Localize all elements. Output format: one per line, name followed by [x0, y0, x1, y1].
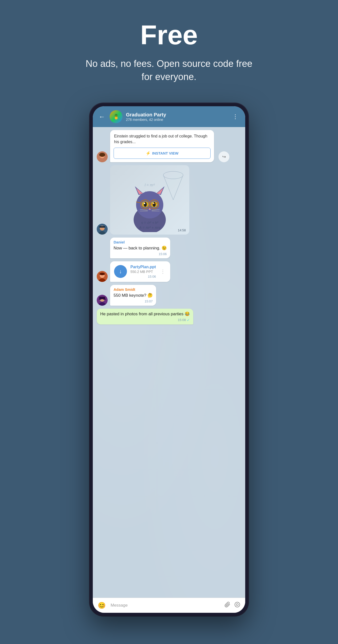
avatar-girl-svg: [97, 151, 108, 162]
file-time: 15:06: [148, 275, 156, 278]
group-avatar-inner: 🍍: [110, 110, 122, 123]
svg-point-21: [144, 202, 145, 204]
phone-wrapper: ← 🍍 Graduation Party 278 members, 42 onl…: [90, 98, 248, 636]
sticker-row: l = πr² A = πr² V = l³ P = 2πr A = πr²: [97, 165, 241, 234]
adam-text: 550 MB keynote? 🤔: [114, 292, 153, 298]
svg-point-35: [99, 273, 105, 275]
my-text: He pasted in photos from all previous pa…: [100, 311, 190, 317]
svg-rect-7: [99, 226, 105, 228]
sticker-container: l = πr² A = πr² V = l³ P = 2πr A = πr²: [110, 165, 189, 234]
avatar-boy1: [97, 224, 108, 234]
file-meta: 15:06: [130, 275, 156, 278]
emoji-button[interactable]: 😊: [98, 602, 106, 609]
math-formula: s = √r² + h²: [110, 221, 189, 225]
daniel-time: 15:06: [159, 252, 167, 256]
daniel-message-row: Daniel Now — back to planning. 😉 15:06: [110, 238, 241, 258]
paperclip-icon: [224, 602, 230, 608]
group-info: Graduation Party 278 members, 42 online: [126, 112, 227, 122]
adam-time: 15:07: [144, 300, 153, 303]
svg-point-19: [144, 202, 147, 207]
group-avatar: 🍍: [110, 110, 122, 123]
attach-button[interactable]: [224, 602, 230, 609]
article-bubble: Einstein struggled to find a job out of …: [110, 130, 214, 162]
instant-view-button[interactable]: ⚡ INSTANT VIEW: [114, 148, 211, 159]
my-bubble: He pasted in photos from all previous pa…: [97, 308, 193, 324]
daniel-meta: 15:06: [114, 252, 167, 256]
message-input-placeholder[interactable]: Message: [110, 601, 221, 610]
message-row: Einstein struggled to find a job out of …: [97, 130, 241, 162]
daniel-bubble: Daniel Now — back to planning. 😉 15:06: [110, 238, 170, 258]
group-members: 278 members, 42 online: [126, 118, 227, 122]
file-bubble: ↓ PartyPlan.ppt 550.2 MB PPT 15:06 ⋮: [110, 261, 170, 282]
my-checkmark: ✓: [187, 318, 190, 322]
adam-message-row: Adam Smidt 550 MB keynote? 🤔 15:07: [97, 285, 241, 306]
chat-body: Einstein struggled to find a job out of …: [93, 127, 245, 598]
hero-subtitle: No ads, no fees. Open source code free f…: [82, 57, 256, 84]
my-message-row: He pasted in photos from all previous pa…: [97, 308, 241, 324]
forward-button[interactable]: ↪: [219, 151, 229, 162]
phone: ← 🍍 Graduation Party 278 members, 42 onl…: [90, 103, 248, 616]
bolt-icon: ⚡: [146, 151, 151, 156]
avatar-boy2-svg: [97, 271, 108, 282]
file-message-row: ↓ PartyPlan.ppt 550.2 MB PPT 15:06 ⋮: [97, 261, 241, 282]
article-text: Einstein struggled to find a job out of …: [110, 130, 214, 148]
my-time: 15:08: [178, 318, 186, 322]
svg-point-8: [163, 172, 183, 179]
camera-icon: [234, 602, 240, 608]
daniel-text: Now — back to planning. 😉: [114, 245, 167, 251]
avatar-boy3-svg: [97, 295, 108, 306]
svg-point-20: [153, 202, 156, 207]
hero-section: Free No ads, no fees. Open source code f…: [72, 0, 266, 98]
phone-screen: ← 🍍 Graduation Party 278 members, 42 onl…: [93, 106, 245, 613]
svg-rect-41: [103, 299, 106, 300]
instant-view-label: INSTANT VIEW: [152, 151, 178, 155]
file-name: PartyPlan.ppt: [130, 265, 156, 269]
svg-point-42: [235, 602, 240, 607]
group-name: Graduation Party: [126, 112, 227, 118]
math-formula-2: A = πr² + πrs: [110, 226, 189, 230]
cat-sticker-svg: [127, 182, 172, 232]
avatar-boy1-svg: [97, 224, 108, 234]
file-info: PartyPlan.ppt 550.2 MB PPT 15:06: [130, 265, 156, 278]
avatar-girl: [97, 151, 108, 162]
avatar-boy2: [97, 271, 108, 282]
adam-meta: 15:07: [114, 300, 153, 303]
input-bar: 😊 Message: [93, 598, 245, 613]
avatar-boy3: [97, 295, 108, 306]
svg-point-3: [99, 153, 105, 157]
file-more-options[interactable]: ⋮: [159, 268, 166, 274]
daniel-sender-name: Daniel: [114, 240, 167, 244]
sticker-time: 14:58: [178, 228, 186, 232]
adam-bubble: Adam Smidt 550 MB keynote? 🤔 15:07: [110, 285, 156, 306]
hero-title: Free: [82, 20, 256, 50]
my-meta: 15:08 ✓: [100, 318, 190, 322]
more-options-icon[interactable]: ⋮: [230, 112, 240, 121]
adam-sender-name: Adam Smidt: [114, 287, 153, 292]
file-size: 550.2 MB PPT: [130, 270, 156, 274]
svg-rect-40: [99, 299, 101, 300]
svg-point-43: [236, 604, 238, 606]
back-button[interactable]: ←: [98, 112, 106, 122]
chat-header: ← 🍍 Graduation Party 278 members, 42 onl…: [93, 106, 245, 127]
download-button[interactable]: ↓: [114, 265, 127, 278]
camera-button[interactable]: [234, 602, 240, 609]
